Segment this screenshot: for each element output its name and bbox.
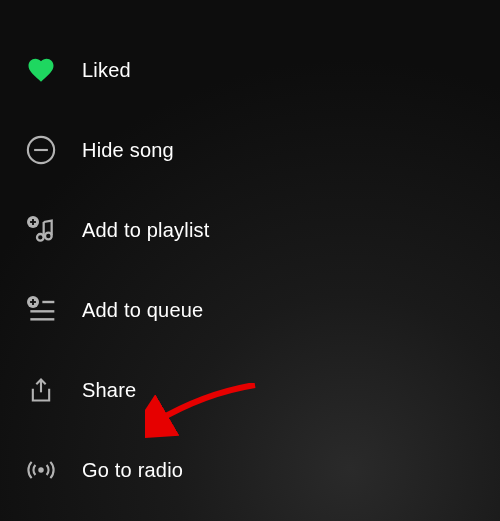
menu-item-label: Share xyxy=(82,379,136,402)
add-to-queue-item[interactable]: Add to queue xyxy=(0,270,500,350)
menu-item-label: Add to playlist xyxy=(82,219,210,242)
share-icon xyxy=(24,373,58,407)
share-item[interactable]: Share xyxy=(0,350,500,430)
hide-song-item[interactable]: Hide song xyxy=(0,110,500,190)
liked-item[interactable]: Liked xyxy=(0,30,500,110)
hide-icon xyxy=(24,133,58,167)
menu-item-label: Go to radio xyxy=(82,459,183,482)
add-to-playlist-item[interactable]: Add to playlist xyxy=(0,190,500,270)
add-queue-icon xyxy=(24,293,58,327)
radio-icon xyxy=(24,453,58,487)
svg-point-6 xyxy=(45,233,52,240)
context-menu: Liked Hide song Add to playlist xyxy=(0,0,500,510)
add-playlist-icon xyxy=(24,213,58,247)
heart-icon xyxy=(24,53,58,87)
menu-item-label: Hide song xyxy=(82,139,174,162)
svg-point-5 xyxy=(37,234,44,241)
go-to-radio-item[interactable]: Go to radio xyxy=(0,430,500,510)
menu-item-label: Add to queue xyxy=(82,299,203,322)
svg-point-13 xyxy=(38,467,44,473)
menu-item-label: Liked xyxy=(82,59,131,82)
